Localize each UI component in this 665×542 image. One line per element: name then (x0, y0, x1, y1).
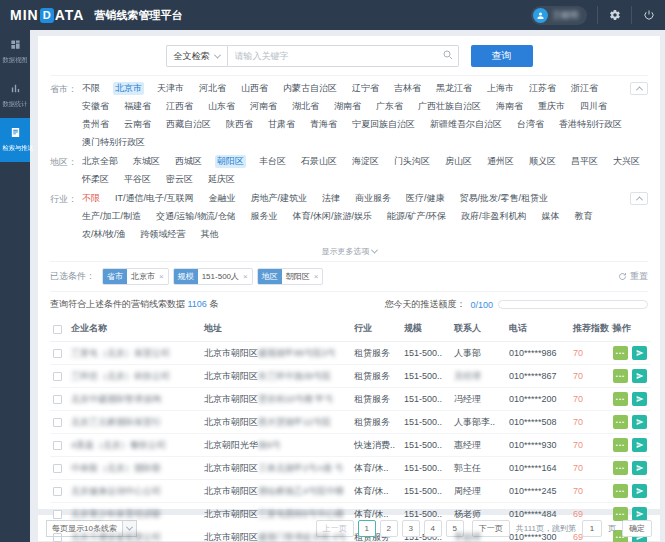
push-send-button[interactable] (632, 461, 647, 475)
filter-option[interactable]: 教育 (573, 210, 595, 223)
filter-option[interactable]: 吉林省 (392, 82, 423, 95)
filter-option[interactable]: 广西壮族自治区 (416, 100, 483, 113)
filter-option[interactable]: 生产/加工/制造 (80, 210, 143, 223)
page-number-button[interactable]: 2 (380, 520, 398, 537)
row-checkbox[interactable] (53, 487, 62, 496)
sidebar-item-search-push[interactable]: 检索与推送 (0, 118, 30, 162)
filter-option[interactable]: 宁夏回族自治区 (350, 118, 417, 131)
filter-option[interactable]: 金融业 (207, 192, 238, 205)
filter-option[interactable]: 丰台区 (257, 155, 288, 168)
filter-option[interactable]: 青海省 (308, 118, 339, 131)
filter-option[interactable]: 黑龙江省 (434, 82, 474, 95)
filter-option[interactable]: 西藏自治区 (164, 118, 213, 131)
filter-option[interactable]: 香港特别行政区 (557, 118, 624, 131)
query-button[interactable]: 查询 (471, 45, 533, 67)
filter-option[interactable]: 门头沟区 (392, 155, 432, 168)
filter-option[interactable]: 不限 (80, 82, 102, 95)
filter-option[interactable]: 政府/非盈利机构 (459, 210, 529, 223)
filter-option[interactable]: 农/林/牧/渔 (80, 228, 128, 241)
filter-option[interactable]: 医疗/健康 (404, 192, 447, 205)
col-score[interactable]: 推荐指数 (570, 316, 610, 342)
logout-power-icon[interactable] (631, 6, 655, 24)
search-icon[interactable] (442, 49, 454, 63)
page-number-button[interactable]: 3 (402, 520, 420, 537)
filter-option[interactable]: 河北省 (197, 82, 228, 95)
filter-option[interactable]: 朝阳区 (215, 155, 246, 168)
filter-option[interactable]: 不限 (80, 192, 102, 205)
row-checkbox[interactable] (53, 372, 62, 381)
filter-option[interactable]: 怀柔区 (80, 173, 111, 186)
filter-option[interactable]: 重庆市 (536, 100, 567, 113)
filter-option[interactable]: 江苏省 (527, 82, 558, 95)
push-send-button[interactable] (632, 346, 647, 360)
page-number-button[interactable]: 1 (358, 520, 376, 537)
filter-option[interactable]: 密云区 (164, 173, 195, 186)
filter-option[interactable]: 浙江省 (569, 82, 600, 95)
filter-option[interactable]: 延庆区 (206, 173, 237, 186)
filter-option[interactable]: 东城区 (131, 155, 162, 168)
filter-option[interactable]: 北京市 (113, 82, 144, 95)
filter-option[interactable]: 法律 (320, 192, 342, 205)
settings-gear-icon[interactable] (597, 6, 621, 24)
more-actions-button[interactable]: ••• (613, 438, 628, 452)
filter-option[interactable]: 商业服务 (353, 192, 393, 205)
show-more-options[interactable]: 显示更多选项 (50, 243, 648, 261)
search-mode-select[interactable]: 全文检索 (166, 45, 227, 67)
filter-option[interactable]: 甘肃省 (266, 118, 297, 131)
filter-option[interactable]: 服务业 (249, 210, 280, 223)
more-actions-button[interactable]: ••• (613, 415, 628, 429)
filter-option[interactable]: 房山区 (443, 155, 474, 168)
row-checkbox[interactable] (53, 418, 62, 427)
collapse-button[interactable] (630, 192, 648, 205)
more-actions-button[interactable]: ••• (613, 392, 628, 406)
more-actions-button[interactable]: ••• (613, 484, 628, 498)
filter-option[interactable]: 新疆维吾尔自治区 (428, 118, 504, 131)
filter-option[interactable]: 顺义区 (527, 155, 558, 168)
row-checkbox[interactable] (53, 395, 62, 404)
more-actions-button[interactable]: ••• (613, 369, 628, 383)
filter-option[interactable]: 陕西省 (224, 118, 255, 131)
push-send-button[interactable] (632, 415, 647, 429)
filter-option[interactable]: 交通/运输/物流/仓储 (154, 210, 238, 223)
filter-option[interactable]: IT/通信/电子/互联网 (113, 192, 196, 205)
filter-option[interactable]: 辽宁省 (350, 82, 381, 95)
push-send-button[interactable] (632, 392, 647, 406)
filter-option[interactable]: 跨领域经营 (139, 228, 188, 241)
reset-button[interactable]: 重置 (618, 270, 648, 283)
filter-option[interactable]: 上海市 (485, 82, 516, 95)
row-checkbox[interactable] (53, 349, 62, 358)
filter-option[interactable]: 四川省 (578, 100, 609, 113)
more-actions-button[interactable]: ••• (613, 346, 628, 360)
push-send-button[interactable] (632, 484, 647, 498)
select-all-checkbox[interactable] (53, 325, 62, 334)
filter-option[interactable]: 其他 (199, 228, 221, 241)
filter-option[interactable]: 大兴区 (611, 155, 642, 168)
filter-option[interactable]: 江西省 (164, 100, 195, 113)
filter-option[interactable]: 能源/矿产/环保 (385, 210, 448, 223)
page-number-button[interactable]: 4 (424, 520, 442, 537)
filter-option[interactable]: 山东省 (206, 100, 237, 113)
filter-option[interactable]: 海淀区 (350, 155, 381, 168)
filter-option[interactable]: 贸易/批发/零售/租赁业 (458, 192, 551, 205)
row-checkbox[interactable] (53, 441, 62, 450)
sidebar-item-data-view[interactable]: 数据视图 (0, 30, 30, 74)
push-send-button[interactable] (632, 438, 647, 452)
filter-option[interactable]: 山西省 (239, 82, 270, 95)
tag-remove-icon[interactable]: × (243, 272, 252, 281)
filter-option[interactable]: 西城区 (173, 155, 204, 168)
row-checkbox[interactable] (53, 510, 62, 519)
collapse-button[interactable] (630, 82, 648, 95)
row-checkbox[interactable] (53, 464, 62, 473)
confirm-jump-button[interactable]: 确定 (622, 520, 652, 537)
more-actions-button[interactable]: ••• (613, 461, 628, 475)
jump-page-input[interactable] (582, 520, 602, 537)
filter-option[interactable]: 媒体 (540, 210, 562, 223)
sidebar-item-data-stats[interactable]: 数据统计 (0, 74, 30, 118)
keyword-input[interactable] (227, 45, 459, 67)
filter-option[interactable]: 贵州省 (80, 118, 111, 131)
filter-option[interactable]: 北京全部 (80, 155, 120, 168)
filter-option[interactable]: 安徽省 (80, 100, 111, 113)
filter-option[interactable]: 海南省 (494, 100, 525, 113)
push-send-button[interactable] (632, 369, 647, 383)
filter-option[interactable]: 云南省 (122, 118, 153, 131)
